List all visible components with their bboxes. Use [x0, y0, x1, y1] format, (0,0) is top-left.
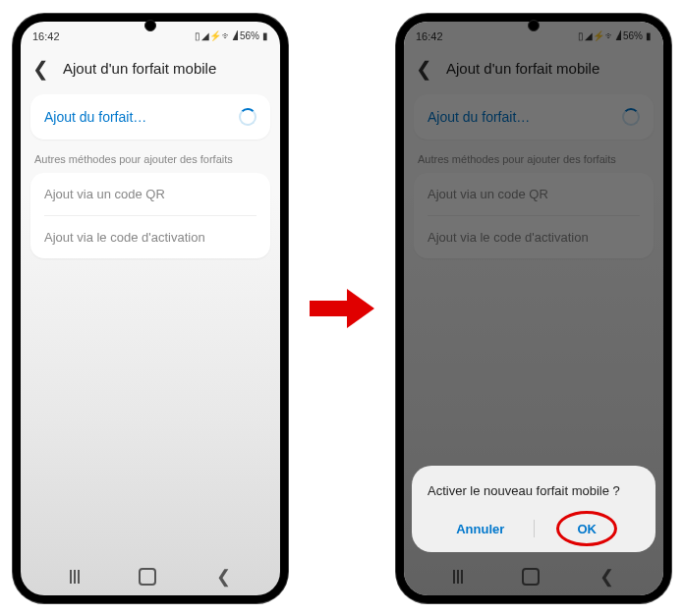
android-navbar: ❮ [21, 556, 280, 595]
back-icon[interactable]: ❮ [32, 59, 49, 79]
loading-spinner-icon [239, 108, 256, 126]
phone-left: 16:42 ▯ ◢ ⚡ ᯤ ◢ 56% ▮ ❮ Ajout d'un forfa… [13, 14, 288, 603]
camera-cutout [528, 20, 540, 31]
camera-cutout [144, 20, 156, 31]
battery-percent: 56% [240, 30, 259, 41]
nav-home-icon[interactable] [139, 568, 156, 586]
screen-left: 16:42 ▯ ◢ ⚡ ᯤ ◢ 56% ▮ ❮ Ajout d'un forfa… [21, 22, 280, 595]
status-icons: ▯ ◢ ⚡ ᯤ ◢ [195, 30, 237, 41]
ok-button[interactable]: OK [535, 514, 641, 544]
primary-action-label: Ajout du forfait… [44, 109, 146, 125]
nav-recent-icon[interactable] [70, 570, 80, 584]
option-activation[interactable]: Ajout via le code d'activation [30, 216, 270, 258]
dialog-title: Activer le nouveau forfait mobile ? [428, 483, 640, 498]
confirm-dialog: Activer le nouveau forfait mobile ? Annu… [412, 466, 656, 552]
screen-right: 16:42 ▯ ◢ ⚡ ᯤ ◢ 56% ▮ ❮ Ajout d'un forfa… [404, 22, 663, 595]
nav-back-icon[interactable]: ❮ [216, 568, 231, 586]
content-area: Ajout du forfait… Autres méthodes pour a… [21, 88, 280, 556]
page-title: Ajout d'un forfait mobile [63, 60, 216, 77]
page-header: ❮ Ajout d'un forfait mobile [21, 49, 280, 88]
options-list: Ajout via un code QR Ajout via le code d… [30, 173, 270, 258]
cancel-button[interactable]: Annuler [428, 514, 534, 544]
phone-right: 16:42 ▯ ◢ ⚡ ᯤ ◢ 56% ▮ ❮ Ajout d'un forfa… [396, 14, 671, 603]
status-time: 16:42 [32, 30, 60, 42]
dialog-buttons: Annuler OK [428, 514, 640, 544]
section-label: Autres méthodes pour ajouter des forfait… [30, 140, 270, 173]
primary-action-card[interactable]: Ajout du forfait… [30, 94, 270, 140]
arrow-icon [308, 287, 376, 330]
status-right: ▯ ◢ ⚡ ᯤ ◢ 56% ▮ [195, 30, 268, 41]
option-qr[interactable]: Ajout via un code QR [30, 173, 270, 215]
ok-label: OK [578, 522, 598, 536]
battery-icon: ▮ [262, 30, 268, 41]
